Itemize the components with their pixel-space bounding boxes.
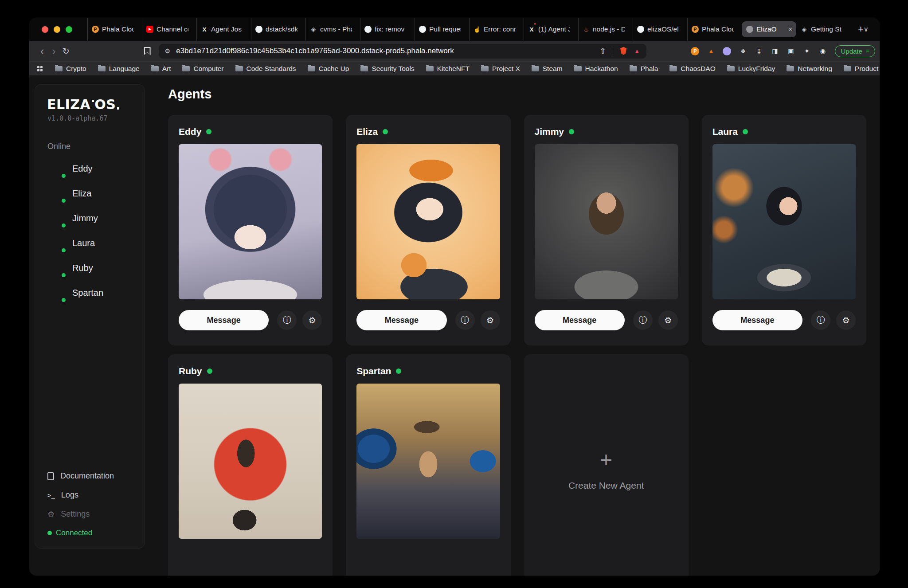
bookmark-folder-label: Crypto bbox=[66, 65, 86, 73]
tab-notification-dot: ● bbox=[534, 22, 536, 26]
extension-icon[interactable] bbox=[723, 47, 731, 55]
tab-overflow-chevron-icon[interactable]: ∨ bbox=[864, 25, 869, 33]
agent-card-header: Laura bbox=[712, 126, 856, 137]
info-button[interactable]: ⓘ bbox=[455, 310, 475, 330]
tab-favicon bbox=[255, 26, 262, 33]
back-button[interactable]: ‹ bbox=[36, 46, 48, 57]
browser-toolbar: ‹ › ↻ ⚙ e3bd1e71d21d0f986c19c45b53b4c1cb… bbox=[29, 41, 880, 61]
folder-icon bbox=[669, 66, 677, 71]
minimize-window-button[interactable] bbox=[54, 26, 60, 33]
terminal-icon: >_ bbox=[47, 492, 55, 499]
site-settings-icon[interactable]: ⚙ bbox=[165, 47, 171, 55]
sidebar-item-settings[interactable]: ⚙ Settings bbox=[47, 510, 145, 519]
bookmark-folder[interactable]: Security Tools bbox=[360, 65, 414, 73]
browser-tab[interactable]: Pull reques bbox=[415, 18, 469, 41]
agent-settings-button[interactable]: ⚙ bbox=[836, 310, 856, 330]
bookmark-folder[interactable]: Art bbox=[151, 65, 171, 73]
folder-icon bbox=[235, 66, 243, 71]
brave-rewards-icon[interactable]: ▲ bbox=[634, 48, 640, 54]
agent-card: Spartan Message ⓘ ⚙ bbox=[346, 354, 510, 576]
message-button[interactable]: Message bbox=[712, 310, 802, 330]
reload-button[interactable]: ↻ bbox=[60, 46, 74, 56]
bookmark-folder[interactable]: Product bbox=[844, 65, 878, 73]
agent-card-actions: Message ⓘ ⚙ bbox=[712, 310, 856, 330]
url-actions: ⇧ ▲ bbox=[599, 47, 640, 56]
bookmark-folder[interactable]: KitcheNFT bbox=[426, 65, 470, 73]
extension-icon[interactable]: ✦ bbox=[802, 47, 811, 55]
connected-label: Connected bbox=[56, 529, 92, 537]
sidebar: ELIZAOS v1.0.0-alpha.67 Online Eddy bbox=[35, 84, 145, 549]
extension-icon[interactable]: ◨ bbox=[771, 47, 779, 55]
browser-tab[interactable]: ☝ Error: conn bbox=[469, 18, 524, 41]
tab-title: Getting St bbox=[811, 25, 843, 33]
browser-tab[interactable]: P Phala Clou bbox=[87, 18, 142, 41]
extension-icon[interactable]: P bbox=[691, 47, 699, 55]
bookmark-icon[interactable] bbox=[144, 47, 151, 55]
new-tab-button[interactable]: + bbox=[858, 24, 864, 35]
browser-tab[interactable]: P Phala Clou bbox=[687, 18, 742, 41]
forward-button[interactable]: › bbox=[48, 46, 59, 57]
agent-settings-button[interactable]: ⚙ bbox=[302, 310, 322, 330]
create-new-agent-card[interactable]: + Create New Agent bbox=[524, 354, 689, 576]
browser-tab[interactable]: dstack/sdk bbox=[251, 18, 305, 41]
bookmark-folder[interactable]: Project X bbox=[481, 65, 520, 73]
sidebar-agent-item[interactable]: Ruby bbox=[47, 259, 145, 278]
bookmark-folder[interactable]: Code Standards bbox=[235, 65, 296, 73]
sidebar-item-logs[interactable]: >_ Logs bbox=[47, 490, 145, 500]
sidebar-agent-item[interactable]: Jimmy bbox=[47, 209, 145, 228]
extension-icon[interactable]: ❖ bbox=[739, 47, 747, 55]
browser-tab[interactable]: ▶ Channel co bbox=[142, 18, 196, 41]
bookmark-folder-label: Cache Up bbox=[319, 65, 349, 73]
bookmark-folder[interactable]: Networking bbox=[787, 65, 832, 73]
brave-shields-icon[interactable] bbox=[620, 47, 627, 55]
sidebar-agent-item[interactable]: Eddy bbox=[47, 159, 145, 178]
info-button[interactable]: ⓘ bbox=[633, 310, 653, 330]
browser-tab[interactable]: elizaOS/eli bbox=[633, 18, 687, 41]
extension-icon[interactable]: ▲ bbox=[707, 47, 715, 55]
settings-label: Settings bbox=[61, 510, 90, 519]
message-button[interactable]: Message bbox=[179, 310, 269, 330]
browser-tab[interactable]: fix: remov bbox=[360, 18, 415, 41]
folder-icon bbox=[727, 66, 735, 71]
update-button[interactable]: Update ≡ bbox=[835, 45, 875, 57]
zoom-window-button[interactable] bbox=[66, 26, 72, 33]
message-button[interactable]: Message bbox=[356, 310, 446, 330]
tab-close-icon[interactable]: × bbox=[789, 26, 792, 33]
browser-tab[interactable]: ◈ cvms - Pha bbox=[305, 18, 360, 41]
browser-tab[interactable]: ElizaO × bbox=[742, 21, 796, 37]
agent-settings-button[interactable]: ⚙ bbox=[658, 310, 678, 330]
bookmark-folder[interactable]: Phala bbox=[630, 65, 658, 73]
bookmark-folder[interactable]: Hackathon bbox=[574, 65, 618, 73]
browser-tab[interactable]: ◈ Getting St bbox=[796, 18, 851, 41]
bookmark-folder[interactable]: LuckyFriday bbox=[727, 65, 775, 73]
extension-icon[interactable]: ◉ bbox=[818, 47, 827, 55]
bookmark-folder[interactable]: ChaosDAO bbox=[669, 65, 715, 73]
bookmark-folder[interactable]: Steam bbox=[532, 65, 563, 73]
extension-icon[interactable]: ▣ bbox=[787, 47, 795, 55]
message-button[interactable]: Message bbox=[535, 310, 625, 330]
sidebar-agent-item[interactable]: Spartan bbox=[47, 283, 145, 302]
tab-title: Error: conn bbox=[484, 25, 516, 33]
browser-tab[interactable]: X Agent Jos bbox=[196, 18, 251, 41]
browser-tab[interactable]: ♨ node.js - D bbox=[578, 18, 633, 41]
share-icon[interactable]: ⇧ bbox=[599, 47, 606, 56]
bookmark-folder[interactable]: Crypto bbox=[55, 65, 86, 73]
agent-portrait-image bbox=[179, 144, 322, 299]
apps-grid-icon[interactable] bbox=[37, 66, 43, 71]
bookmark-folder[interactable]: Computer bbox=[182, 65, 223, 73]
url-text[interactable]: e3bd1e71d21d0f986c19c45b53b4c1cb1a9765ad… bbox=[176, 47, 599, 55]
address-bar[interactable]: ⚙ e3bd1e71d21d0f986c19c45b53b4c1cb1a9765… bbox=[159, 44, 646, 59]
sidebar-agent-item[interactable]: Eliza bbox=[47, 184, 145, 203]
sidebar-item-documentation[interactable]: Documentation bbox=[47, 471, 145, 481]
folder-icon bbox=[182, 66, 190, 71]
agent-settings-button[interactable]: ⚙ bbox=[481, 310, 500, 330]
bookmark-folder[interactable]: Cache Up bbox=[308, 65, 349, 73]
info-button[interactable]: ⓘ bbox=[277, 310, 297, 330]
info-button[interactable]: ⓘ bbox=[811, 310, 830, 330]
sidebar-agent-item[interactable]: Laura bbox=[47, 234, 145, 253]
browser-tab[interactable]: X ● (1) Agent J bbox=[524, 18, 578, 41]
folder-icon bbox=[630, 66, 637, 71]
extension-icon[interactable]: ↧ bbox=[755, 47, 763, 55]
close-window-button[interactable] bbox=[42, 26, 48, 33]
bookmark-folder[interactable]: Language bbox=[98, 65, 140, 73]
